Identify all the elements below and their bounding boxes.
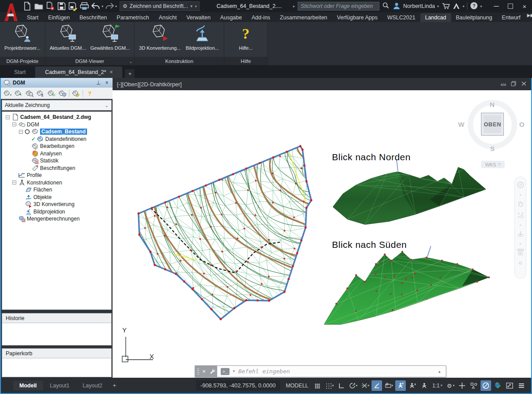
model-space-canvas[interactable]: Blick nach Norden Blick nach Süden N W O… [113, 90, 531, 378]
maximize-button[interactable]: ☐ [506, 2, 514, 11]
chevron-down-icon[interactable]: ▼ [232, 369, 236, 373]
command-line[interactable]: × >_ ▼ Befehl eingeben ▲ [195, 365, 446, 377]
help-menu-chevron-icon[interactable]: ▾ [480, 4, 482, 8]
pin-icon[interactable]: ⊥ [95, 80, 102, 86]
autodesk-app-icon[interactable] [452, 2, 460, 11]
tree-item-beschriftungen[interactable]: Beschriftungen [4, 165, 111, 172]
isodraft-icon[interactable] [372, 380, 382, 391]
chevron-down-icon[interactable]: ▾ [520, 224, 521, 227]
ribbon-tab-einf-gen[interactable]: Einfügen [43, 13, 74, 22]
ribbon-tab-entwurf[interactable]: Entwurf [497, 13, 525, 22]
drawing-minimize-icon[interactable] [501, 80, 506, 88]
layout-tab-layout1[interactable]: Layout1 [44, 381, 76, 390]
tree-item-cadsem-bestand[interactable]: −Cadsem_Bestand [4, 128, 111, 136]
graphics-performance-icon[interactable] [481, 380, 491, 391]
tree-item-cadsem-64-bestand-2-dwg[interactable]: −Cadsem_64_Bestand_2.dwg [4, 114, 111, 121]
user-name[interactable]: NorbertLinda [403, 3, 435, 9]
annotation-visibility-icon[interactable] [395, 380, 406, 391]
tree-item-3d-konvertierung[interactable]: 3D Konvertierung [4, 201, 111, 208]
save-as-button[interactable] [68, 1, 78, 11]
dgm-z-button[interactable]: z [36, 89, 45, 98]
app-menu-chevron-icon[interactable]: ▾ [463, 4, 464, 8]
tree-expander-icon[interactable]: − [6, 115, 10, 119]
radio-icon[interactable] [25, 129, 30, 134]
ribbon-panel-title[interactable]: Hilfe [224, 57, 267, 65]
tree-item-mengenberechnungen[interactable]: Mengenberechnungen [4, 215, 111, 223]
layout-tab-modell[interactable]: Modell [13, 381, 43, 390]
panel-expand-icon[interactable]: ⌄ [129, 59, 133, 64]
pan-hand-icon[interactable] [517, 200, 524, 209]
close-drawing-button[interactable] [45, 1, 55, 11]
ribbon-button-bildprojektion-[interactable]: Bildprojektion... [183, 24, 221, 51]
tree-item-analysen[interactable]: Analysen [4, 150, 111, 158]
save-button[interactable] [56, 1, 67, 11]
user-avatar-icon[interactable] [393, 2, 401, 11]
ribbon-tab-zusammenarbeiten[interactable]: Zusammenarbeiten [275, 13, 332, 22]
show-motion-icon[interactable] [517, 249, 524, 258]
viewcube-south[interactable]: S [490, 145, 495, 152]
app-store-cart-icon[interactable] [441, 2, 450, 11]
tree-item-statistik[interactable]: Statistik [4, 157, 111, 165]
chevron-down-icon[interactable]: ▾ [520, 242, 521, 246]
customization-menu-icon[interactable] [516, 380, 527, 391]
help-icon[interactable]: ? [470, 2, 478, 11]
coordinates-readout[interactable]: -908.5793, -402.7575, 0.0000 [196, 380, 280, 390]
ribbon-panel-title[interactable]: DGM-Projekte [0, 57, 45, 65]
fullscreen-icon[interactable] [504, 380, 515, 391]
tree-item-bildprojektion[interactable]: Bildprojektion [4, 208, 111, 216]
redo-history-chevron-icon[interactable]: ▾ [115, 4, 117, 8]
tree-item-profile[interactable]: Profile [4, 172, 111, 179]
command-line-grip[interactable]: × [195, 366, 217, 377]
ribbon-tab-parametrisch[interactable]: Parametrisch [112, 13, 154, 22]
tree-expander-icon[interactable]: − [12, 180, 16, 184]
ribbon-tab-verf-gbare-apps[interactable]: Verfügbare Apps [332, 13, 382, 22]
wrench-icon[interactable] [209, 368, 215, 375]
ribbon-button-aktuelles-dgm-[interactable]: Aktuelles DGM... [48, 24, 88, 51]
autotrack-icon[interactable]: ▾ [360, 380, 370, 391]
papierkorb-header[interactable]: Papierkorb [2, 349, 111, 358]
zoom-extents-icon[interactable] [517, 212, 524, 221]
snap-icon[interactable]: ▾ [324, 380, 335, 391]
ribbon-button-3d-konvertierung-[interactable]: 3D Konvertierung... [137, 24, 182, 51]
tab-close-icon[interactable]: × [109, 69, 113, 75]
palette-close-icon[interactable]: × [104, 80, 110, 86]
ribbon-tab-ansicht[interactable]: Ansicht [154, 13, 182, 22]
command-input[interactable]: Befehl eingeben [238, 368, 435, 375]
ribbon-tab-bauleitplanung[interactable]: Bauleitplanung [451, 13, 497, 22]
model-space-button[interactable]: MODELL [283, 381, 311, 390]
viewport-controls-label[interactable]: [-][Oben][2D-Drahtkörper] [117, 81, 182, 88]
ribbon-button-hilfe-[interactable]: ? Hilfe... [227, 24, 265, 51]
workspace-switcher[interactable]: ⚙ Zeichnen und Beschrift... ▼ ▾ [120, 1, 200, 11]
hardware-acceleration-icon[interactable] [492, 380, 503, 391]
search-icon[interactable] [382, 2, 389, 11]
search-expand-icon[interactable]: ▸ [293, 4, 295, 8]
tree-item-objekte[interactable]: Objekte [4, 194, 111, 201]
help-small-button[interactable]: ? [85, 89, 95, 98]
crosshair-icon[interactable] [457, 380, 467, 391]
command-prompt-icon[interactable]: >_ [221, 368, 230, 375]
dgm-add-button[interactable]: + [3, 89, 12, 98]
dgm-import-button[interactable] [14, 89, 23, 98]
ribbon-tab-start[interactable]: Start [22, 13, 43, 22]
ribbon-button-gewähltes-dgm-[interactable]: Gewähltes DGM... [88, 24, 131, 51]
drawing-tab-cadsem-64-bestand-2-[interactable]: Cadsem_64_Bestand_2*× [35, 66, 122, 78]
drawing-source-combobox[interactable]: Aktuelle Zeichnung ⌄ [2, 100, 112, 110]
ribbon-panel-title[interactable]: DGM-Viewer⌄ [45, 57, 134, 65]
tab-overflow-icon[interactable]: ▶▶ [527, 13, 532, 18]
open-folder-button[interactable] [33, 1, 44, 11]
dynamic-input-icon[interactable]: ▾ [383, 380, 394, 391]
viewcube-top-face[interactable]: OBEN [481, 113, 504, 136]
navigation-bar[interactable]: ▾ ▾ ▾ ⊖ [514, 177, 526, 279]
grid-icon[interactable] [312, 380, 323, 391]
viewcube-east[interactable]: O [519, 121, 525, 128]
ribbon-button-projektbrowser-[interactable]: Projektbrowser... [3, 24, 42, 51]
autocad-logo-icon[interactable] [4, 2, 18, 22]
close-button[interactable]: × [521, 3, 528, 10]
steering-wheel-icon[interactable] [517, 181, 524, 190]
polar-icon[interactable]: ▾ [348, 380, 358, 391]
annotation-scale-person-icon[interactable] [419, 380, 430, 391]
wcs-dropdown[interactable]: WKS▽ [481, 161, 505, 168]
ribbon-tab-beschriften[interactable]: Beschriften [75, 13, 112, 22]
new-drawing-tab-button[interactable]: + [125, 69, 135, 78]
user-menu-chevron-icon[interactable]: ▾ [437, 4, 439, 8]
